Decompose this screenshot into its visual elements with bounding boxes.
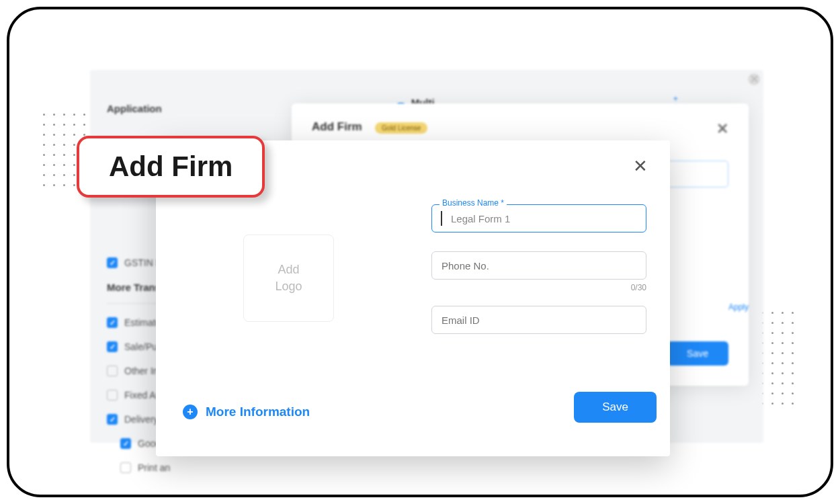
gold-license-badge: Gold License <box>375 122 427 134</box>
close-icon[interactable]: ✕ <box>716 120 728 138</box>
more-info-label: More Information <box>206 405 310 419</box>
checkbox-print[interactable] <box>120 462 131 473</box>
phone-field-wrap <box>431 251 646 280</box>
business-name-label: Business Name * <box>439 198 507 208</box>
save-button[interactable]: Save <box>574 392 657 423</box>
checkbox-other[interactable] <box>107 366 118 376</box>
add-firm-modal: Add Firm ✕ Add Logo Business Name * 0/30… <box>156 140 670 456</box>
business-name-field-wrap: Business Name * <box>431 204 646 233</box>
email-field-wrap <box>431 306 646 334</box>
close-icon[interactable]: ✕ <box>633 157 648 175</box>
phone-input[interactable] <box>431 251 646 280</box>
checkbox-delivery[interactable] <box>107 414 118 425</box>
checkbox-salepurch[interactable] <box>107 341 118 352</box>
plus-circle-icon: + <box>183 405 198 419</box>
bg-dialog-title: Add Firm <box>312 120 362 134</box>
business-name-input[interactable] <box>431 204 646 233</box>
phone-char-count: 0/30 <box>431 283 646 292</box>
checkbox-gstin[interactable] <box>107 257 118 268</box>
add-logo-label: Add Logo <box>275 261 302 295</box>
section-application: Application <box>107 103 162 114</box>
close-icon[interactable]: ✕ <box>748 73 760 85</box>
checkbox-fixed[interactable] <box>107 390 118 401</box>
label-print: Print an <box>138 462 170 473</box>
checkbox-goods[interactable] <box>120 438 131 449</box>
app-frame: ✕ Application Multi Firm + Add Firm Back… <box>7 7 833 497</box>
bg-apply-link[interactable]: Apply <box>728 302 749 312</box>
more-information-button[interactable]: + More Information <box>183 405 310 419</box>
checkbox-estimate[interactable] <box>107 317 118 328</box>
email-input[interactable] <box>431 306 646 334</box>
add-logo-button[interactable]: Add Logo <box>243 235 334 322</box>
text-cursor <box>441 211 442 226</box>
bg-save-button[interactable]: Save <box>667 341 728 366</box>
modal-title-callout: Add Firm <box>77 136 265 198</box>
